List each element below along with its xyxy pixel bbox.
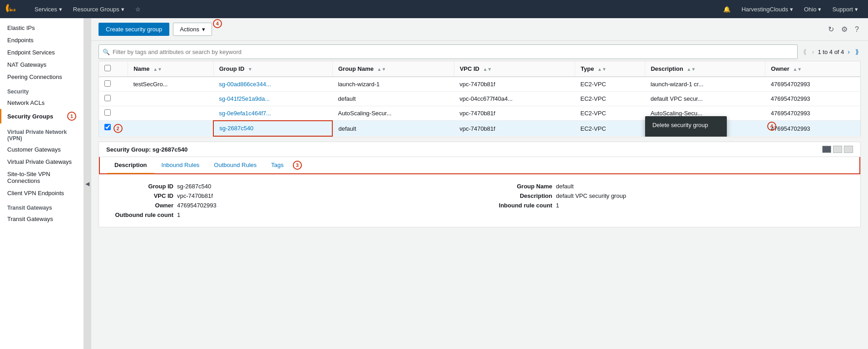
row-checkbox-cell[interactable]: 2 bbox=[99, 121, 128, 137]
row-owner: 476954702993 bbox=[765, 121, 860, 137]
select-all-checkbox[interactable] bbox=[104, 65, 111, 71]
search-row: 🔍 ⟪ ‹ 1 to 4 of 4 › ⟫ bbox=[91, 41, 868, 61]
page-layout: Elastic IPs Endpoints Endpoint Services … bbox=[0, 18, 868, 349]
view-icon-2[interactable] bbox=[833, 146, 842, 153]
view-icon-3[interactable] bbox=[844, 146, 853, 153]
annotation-2: 2 bbox=[113, 124, 123, 133]
help-button[interactable]: ? bbox=[853, 24, 861, 35]
col-description[interactable]: Description ▲▼ bbox=[645, 61, 765, 77]
col-name[interactable]: Name ▲▼ bbox=[128, 61, 214, 77]
actions-dropdown-container: Actions ▾ 4 bbox=[173, 23, 212, 36]
aws-logo[interactable] bbox=[5, 4, 23, 15]
detail-left: Group ID sg-2687c540 VPC ID vpc-7470b81f… bbox=[110, 182, 471, 220]
main-content: Create security group Actions ▾ 4 ↻ ⚙ ? … bbox=[91, 18, 868, 349]
tab-tags[interactable]: Tags bbox=[264, 157, 291, 174]
nav-services[interactable]: Services ▾ bbox=[30, 0, 67, 18]
detail-panel: Security Group: sg-2687c540 Description … bbox=[99, 142, 861, 227]
sidebar-section-vpn: Virtual Private Network (VPN) bbox=[0, 123, 84, 143]
nav-resource-groups[interactable]: Resource Groups ▾ bbox=[69, 0, 129, 18]
sidebar-item-endpoints[interactable]: Endpoints bbox=[0, 34, 84, 46]
search-bar: 🔍 bbox=[99, 44, 798, 59]
detail-row-vpc-id: VPC ID vpc-7470b81f bbox=[110, 191, 471, 201]
sidebar-item-nat-gateways[interactable]: NAT Gateways bbox=[0, 59, 84, 71]
col-group-name[interactable]: Group Name ▲▼ bbox=[332, 61, 454, 77]
col-vpc-id[interactable]: VPC ID ▲▼ bbox=[454, 61, 575, 77]
row-group-id-selected: sg-2687c540 bbox=[213, 121, 332, 137]
tab-inbound-rules[interactable]: Inbound Rules bbox=[154, 157, 207, 174]
row-group-id: sg-041f25e1a9da... bbox=[213, 92, 332, 106]
nav-support[interactable]: Support ▾ bbox=[828, 0, 863, 18]
row-name bbox=[128, 106, 214, 121]
nav-bookmark[interactable]: ☆ bbox=[131, 0, 145, 18]
row-type: EC2-VPC bbox=[575, 121, 645, 137]
tab-description[interactable]: Description bbox=[107, 157, 154, 174]
sidebar-item-customer-gateways[interactable]: Customer Gateways bbox=[0, 143, 84, 156]
settings-button[interactable]: ⚙ bbox=[839, 23, 849, 35]
sidebar-item-endpoint-services[interactable]: Endpoint Services bbox=[0, 46, 84, 59]
row-vpc-id: vpc-04cc677f40a4... bbox=[454, 92, 575, 106]
table-row-selected[interactable]: 2 sg-2687c540 default vpc-7470b81f EC2-V… bbox=[99, 121, 860, 137]
row-checkbox[interactable] bbox=[104, 80, 111, 87]
col-type[interactable]: Type ▲▼ bbox=[575, 61, 645, 77]
view-icon-1[interactable] bbox=[822, 146, 831, 153]
search-input[interactable] bbox=[113, 49, 794, 55]
nav-bell[interactable]: 🔔 bbox=[719, 0, 735, 18]
detail-row-group-id: Group ID sg-2687c540 bbox=[110, 182, 471, 191]
search-icon: 🔍 bbox=[103, 49, 110, 55]
sidebar-item-network-acls[interactable]: Network ACLs bbox=[0, 97, 84, 109]
sidebar-item-site-to-site[interactable]: Site-to-Site VPN Connections bbox=[0, 168, 84, 187]
row-checkbox-cell[interactable] bbox=[99, 92, 128, 106]
sidebar-item-virtual-private-gateways[interactable]: Virtual Private Gateways bbox=[0, 156, 84, 168]
detail-view-icons bbox=[822, 146, 853, 153]
nav-region[interactable]: Ohio ▾ bbox=[799, 0, 826, 18]
table-row[interactable]: sg-041f25e1a9da... default vpc-04cc677f4… bbox=[99, 92, 860, 106]
table-row[interactable]: sg-0e9efa1c464f7... AutoScaling-Secur...… bbox=[99, 106, 860, 121]
row-group-name: launch-wizard-1 bbox=[332, 77, 454, 92]
row-name bbox=[128, 92, 214, 106]
row-name: testSecGro... bbox=[128, 77, 214, 92]
col-checkbox[interactable] bbox=[99, 61, 128, 77]
row-vpc-id: vpc-7470b81f bbox=[454, 106, 575, 121]
actions-button[interactable]: Actions ▾ bbox=[173, 23, 212, 36]
sidebar-item-elastic-ips[interactable]: Elastic IPs bbox=[0, 22, 84, 34]
row-checkbox-selected[interactable] bbox=[104, 124, 111, 130]
context-menu: Delete security group Edit inbound rules… bbox=[645, 116, 727, 137]
nav-account[interactable]: HarvestingClouds ▾ bbox=[737, 0, 798, 18]
page-first-btn[interactable]: ⟪ bbox=[801, 47, 809, 56]
row-type: EC2-VPC bbox=[575, 106, 645, 121]
sidebar-item-transit-gateways[interactable]: Transit Gateways bbox=[0, 213, 84, 225]
row-checkbox[interactable] bbox=[104, 109, 111, 116]
tab-outbound-rules[interactable]: Outbound Rules bbox=[207, 157, 264, 174]
sidebar-item-peering-connections[interactable]: Peering Connections bbox=[0, 71, 84, 83]
row-group-name: default bbox=[332, 92, 454, 106]
annotation-1: 1 bbox=[67, 112, 76, 121]
row-checkbox[interactable] bbox=[104, 95, 111, 101]
row-description: default VPC secur... bbox=[645, 92, 765, 106]
sidebar-item-client-vpn[interactable]: Client VPN Endpoints bbox=[0, 187, 84, 199]
toolbar: Create security group Actions ▾ 4 ↻ ⚙ ? bbox=[91, 18, 868, 41]
col-owner[interactable]: Owner ▲▼ bbox=[765, 61, 860, 77]
sidebar-section-security: Security bbox=[0, 83, 84, 97]
context-menu-delete[interactable]: Delete security group bbox=[645, 118, 727, 132]
table-row[interactable]: testSecGro... sg-00ad866ce344... launch-… bbox=[99, 77, 860, 92]
refresh-button[interactable]: ↻ bbox=[826, 23, 836, 35]
detail-tabs: Description Inbound Rules Outbound Rules… bbox=[99, 157, 860, 174]
detail-row-outbound-count: Outbound rule count 1 bbox=[110, 210, 471, 220]
annotation-3: 3 bbox=[293, 161, 302, 170]
row-checkbox-cell[interactable] bbox=[99, 77, 128, 92]
context-menu-edit-inbound[interactable]: Edit inbound rules bbox=[645, 132, 727, 137]
detail-content: Group ID sg-2687c540 VPC ID vpc-7470b81f… bbox=[99, 174, 860, 227]
detail-row-inbound-count: Inbound rule count 1 bbox=[489, 201, 850, 210]
annotation-4-toolbar: 4 bbox=[213, 19, 222, 28]
toolbar-right: ↻ ⚙ ? bbox=[826, 23, 861, 35]
row-checkbox-cell[interactable] bbox=[99, 106, 128, 121]
create-security-group-button[interactable]: Create security group bbox=[99, 23, 169, 36]
page-prev-btn[interactable]: ‹ bbox=[810, 47, 816, 56]
page-next-btn[interactable]: › bbox=[846, 47, 852, 56]
detail-row-group-name: Group Name default bbox=[489, 182, 850, 191]
page-last-btn[interactable]: ⟫ bbox=[853, 47, 861, 56]
col-group-id[interactable]: Group ID ▼ bbox=[213, 61, 332, 77]
sidebar-collapse-btn[interactable]: ◀ bbox=[84, 18, 91, 349]
nav-right: 🔔 HarvestingClouds ▾ Ohio ▾ Support ▾ bbox=[719, 0, 863, 18]
sidebar-item-security-groups[interactable]: Security Groups 1 bbox=[0, 109, 84, 123]
